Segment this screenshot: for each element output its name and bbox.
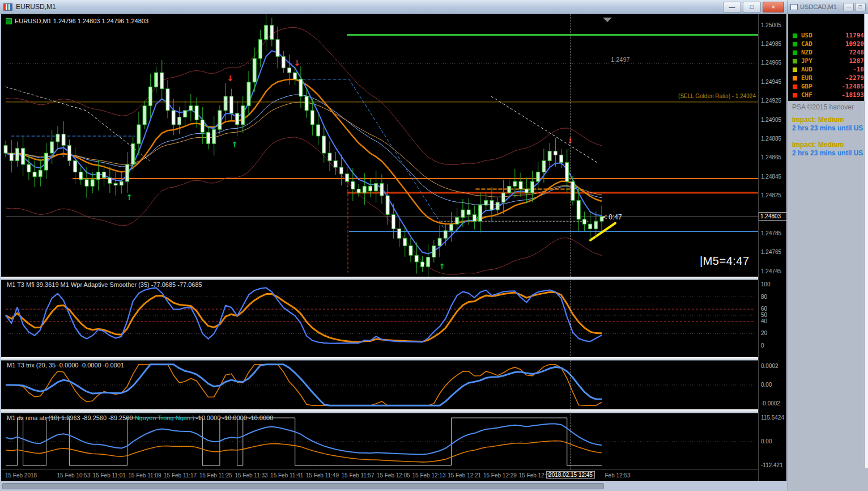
top-marker-icon: [603, 18, 612, 22]
time-axis-label: 15 Feb 2018: [5, 472, 37, 479]
trix-orange-line: [6, 365, 602, 406]
buy-arrow-icon: ↑: [231, 140, 238, 149]
scale-label: 1.24745: [761, 268, 781, 274]
price-chart[interactable]: ↑↑↑↓↓↓: [1, 14, 758, 278]
chart-ohlc-text: EURUSD,M1 1.24796 1.24803 1.24796 1.2480…: [15, 18, 148, 24]
scale-label: 1.24825: [761, 192, 781, 198]
scale-label: 80: [761, 294, 767, 300]
scale-label: 1.24945: [761, 79, 781, 85]
time-axis-label: 15 Feb 11:17: [164, 472, 197, 479]
currency-strength-icon: [793, 42, 797, 46]
pane3-header-part: M1 dz nma atr (10) 1.2963 -89.2560 -89.2…: [7, 414, 135, 421]
indicator-pane-atr[interactable]: [1, 413, 758, 469]
currency-strength-icon: [793, 67, 797, 72]
window-titlebar[interactable]: EURUSD,M1 — □ ×: [0, 0, 788, 14]
trend-segment: [287, 79, 444, 229]
currency-strength-icon: [793, 93, 797, 98]
trend-segment: [6, 87, 150, 160]
m5-timer: |M5=4:47: [700, 255, 750, 268]
scale-label: 50: [761, 312, 767, 318]
crosshair-time-label: 2018.02.15 12:45: [546, 471, 595, 479]
wpr-blue-line: [6, 288, 602, 344]
scale-label: 0.00: [761, 382, 772, 388]
scale-label: 1.24965: [761, 60, 781, 66]
t3-orange-ma-line: [6, 79, 602, 224]
currency-code: EUR: [801, 74, 819, 82]
scale-label: 1.24765: [761, 249, 781, 255]
scale-label: 100: [761, 281, 771, 287]
currency-code: CAD: [801, 40, 819, 48]
currency-code: USD: [801, 32, 819, 39]
usdcad-window: USDCAD,M1 — □ USD11794CAD10920NZD7248JPY…: [788, 0, 868, 491]
time-axis-label: 15 Feb 11:49: [306, 472, 339, 479]
atr-blue-line: [6, 424, 602, 454]
currency-value: 11794: [845, 32, 864, 39]
sell-arrow-icon: ↓: [293, 58, 300, 67]
news-impact-2: Impact: Medium: [792, 141, 844, 149]
currency-code: JPY: [801, 57, 819, 65]
currency-row: CAD10920: [788, 40, 868, 48]
time-axis-label: 15 Feb 11:41: [270, 472, 303, 479]
chart-ohlc-header: EURUSD,M1 1.24796 1.24803 1.24796 1.2480…: [6, 18, 148, 24]
chart-icon: [790, 4, 798, 10]
upper-envelope-line: [6, 27, 602, 165]
currency-value: 1287: [849, 57, 865, 65]
time-axis-label: 15 Feb 11:09: [128, 472, 161, 479]
currency-value: -12485: [841, 83, 864, 90]
currency-row: GBP-12485: [788, 82, 868, 91]
pane3-header-part: -10.0000 -10.0000 -10.0000: [194, 414, 273, 421]
currency-row: CHF-18193: [788, 91, 868, 99]
indicator-pane-mfi-wpr[interactable]: [1, 280, 758, 357]
news-countdown-1: 2 hrs 23 mins until US: [792, 124, 863, 132]
slow-orange-ma-line: [6, 102, 602, 197]
currency-code: CHF: [801, 91, 819, 99]
chart-area: ↑↑↑↓↓↓ EURUSD,M1 1.24796 1.24803 1.24796…: [1, 14, 786, 481]
sell-arrow-icon: ↓: [227, 74, 233, 83]
pane1-header: M1 T3 Mfi 39.3619 M1 Wpr Adaptive Smooth…: [7, 281, 202, 288]
time-axis-label: 15 Feb 11:33: [235, 472, 267, 479]
buy-arrow-icon: ↑: [439, 262, 445, 271]
currency-row: AUD-18: [788, 65, 868, 74]
currency-strength-icon: [793, 76, 797, 81]
currency-strength-icon: [793, 50, 797, 55]
pane-divider[interactable]: [1, 409, 786, 413]
currency-value: -2279: [845, 74, 864, 82]
time-axis-label: 15 Feb 12:29: [483, 472, 517, 479]
price-scale[interactable]: 1.24803 1.250051.249851.249651.249451.24…: [758, 14, 786, 481]
golden-ratio-label: (SELL Golden Ratio) - 1.24924: [678, 93, 756, 99]
candlestick-icon: [6, 18, 12, 24]
restore-button[interactable]: □: [743, 2, 761, 12]
window-title: EURUSD,M1: [16, 3, 56, 11]
minimize-button[interactable]: —: [843, 3, 854, 11]
vertical-scrollbar[interactable]: [864, 14, 868, 468]
time-axis-label: 15 Feb 12:21: [448, 472, 481, 479]
currency-row: EUR-2279: [788, 74, 868, 82]
currency-row: NZD7248: [788, 48, 868, 57]
pane3-header-part: Nguyen Trong Ngan:): [135, 414, 194, 421]
time-axis-label: 15 Feb 12:05: [377, 472, 410, 479]
window-controls: — □ ×: [721, 2, 784, 12]
scale-label: 1.24865: [761, 154, 781, 160]
time-axis-label: 15 Feb 11:57: [341, 472, 374, 479]
time-axis[interactable]: 2018.02.15 12:45 Feb 12:53 15 Feb 201815…: [1, 469, 786, 481]
time-axis-label: 15 Feb 11:25: [199, 472, 232, 479]
scale-label: 0: [761, 342, 764, 349]
scale-label: 20: [761, 330, 767, 336]
restore-button[interactable]: □: [855, 3, 866, 11]
currency-strength-panel: USD11794CAD10920NZD7248JPY1287AUD-18EUR-…: [788, 14, 868, 101]
scale-label: 0.00: [761, 438, 772, 445]
time-axis-label: 15 Feb 12:13: [412, 472, 446, 479]
scale-label: 0.0002: [761, 363, 778, 369]
lower-envelope-line: [6, 137, 602, 274]
scale-label: 1.24785: [761, 230, 781, 236]
minimize-button[interactable]: —: [723, 2, 741, 12]
time-axis-label: 15 Feb 10:53: [57, 472, 91, 479]
close-button[interactable]: ×: [763, 2, 784, 12]
usdcad-titlebar[interactable]: USDCAD,M1 — □: [788, 0, 868, 14]
buy-arrow-icon: ↑: [126, 193, 133, 202]
currency-value: -18: [853, 66, 864, 73]
scale-label: 1.25005: [761, 22, 781, 28]
horizontal-scrollbar[interactable]: [2, 483, 604, 489]
sell-arrow-icon: ↓: [567, 136, 573, 145]
currency-row: USD11794: [788, 31, 868, 40]
